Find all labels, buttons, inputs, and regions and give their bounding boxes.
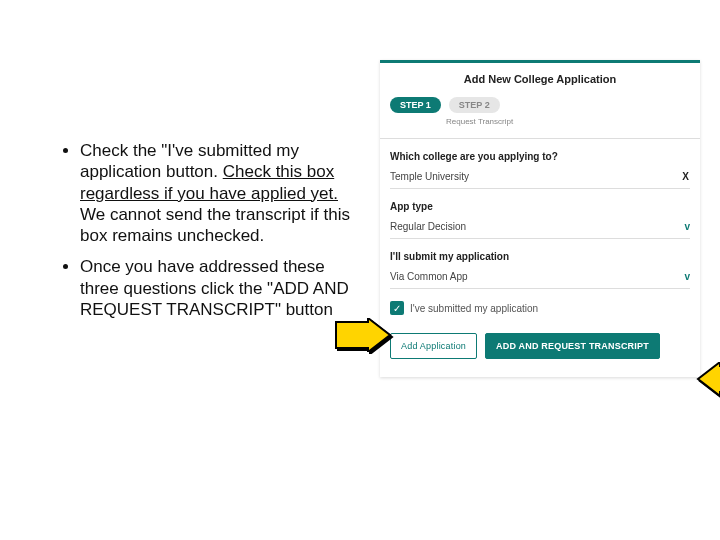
apptype-field[interactable]: Regular Decision v xyxy=(390,217,690,239)
step-caption: Request Transcript xyxy=(446,117,690,126)
college-field[interactable]: Temple University X xyxy=(390,167,690,189)
step-1-pill[interactable]: STEP 1 xyxy=(390,97,441,113)
pointer-arrow-checkbox xyxy=(334,318,392,356)
pointer-arrow-button xyxy=(696,362,720,400)
button-row: Add Application ADD AND REQUEST TRANSCRI… xyxy=(390,333,690,359)
add-application-button[interactable]: Add Application xyxy=(390,333,477,359)
divider xyxy=(380,138,700,139)
panel-title: Add New College Application xyxy=(390,73,690,85)
bullet-2: Once you have addressed these three ques… xyxy=(80,256,360,320)
app-panel-wrap: Add New College Application STEP 1 STEP … xyxy=(380,60,710,420)
instruction-text: Check the "I've submitted my application… xyxy=(60,60,360,420)
svg-marker-0 xyxy=(336,318,390,352)
submitted-checkbox-row[interactable]: ✓ I've submitted my application xyxy=(390,301,690,315)
label-which-college: Which college are you applying to? xyxy=(390,151,690,162)
step-2-pill[interactable]: STEP 2 xyxy=(449,97,500,113)
apptype-value: Regular Decision xyxy=(390,221,466,232)
chevron-down-icon: v xyxy=(684,271,690,282)
check-icon[interactable]: ✓ xyxy=(390,301,404,315)
bullet-1-post: We cannot send the transcript if this bo… xyxy=(80,205,350,245)
chevron-down-icon: v xyxy=(684,221,690,232)
submit-method-field[interactable]: Via Common App v xyxy=(390,267,690,289)
add-and-request-transcript-button[interactable]: ADD AND REQUEST TRANSCRIPT xyxy=(485,333,660,359)
svg-marker-1 xyxy=(698,362,720,396)
columns: Check the "I've submitted my application… xyxy=(60,60,720,420)
add-application-panel: Add New College Application STEP 1 STEP … xyxy=(380,60,700,377)
college-value: Temple University xyxy=(390,171,469,182)
clear-icon[interactable]: X xyxy=(682,171,690,182)
bullet-1: Check the "I've submitted my application… xyxy=(80,140,360,246)
step-indicator: STEP 1 STEP 2 xyxy=(390,97,690,113)
label-app-type: App type xyxy=(390,201,690,212)
checkbox-label: I've submitted my application xyxy=(410,303,538,314)
label-submit-method: I'll submit my application xyxy=(390,251,690,262)
slide: Check the "I've submitted my application… xyxy=(0,0,720,540)
submit-value: Via Common App xyxy=(390,271,468,282)
